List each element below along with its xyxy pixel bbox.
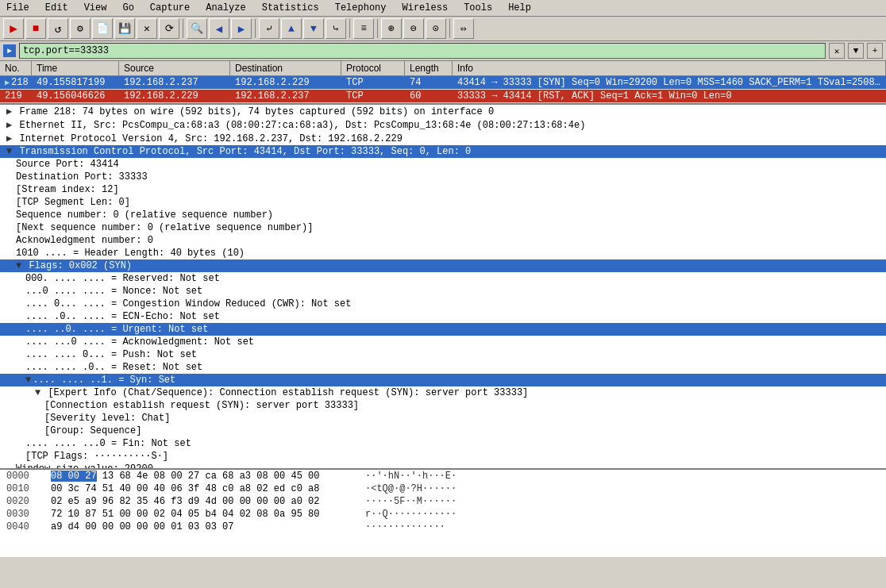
find-btn[interactable]: 🔍 <box>187 18 207 39</box>
go-down-btn[interactable]: ▼ <box>303 18 324 39</box>
detail-tcp-flags-str[interactable]: [TCP Flags: ··········S·] <box>0 450 886 463</box>
filter-clear-btn[interactable]: ✕ <box>829 43 845 59</box>
filter-apply-btn[interactable]: ▼ <box>848 43 864 59</box>
menu-file[interactable]: File <box>3 2 33 14</box>
detail-flag-reserved[interactable]: 000. .... .... = Reserved: Not set <box>0 272 886 285</box>
next-btn[interactable]: ▶ <box>231 18 252 39</box>
detail-tcp[interactable]: ▼ Transmission Control Protocol, Src Por… <box>0 145 886 158</box>
detail-syn-severity[interactable]: [Severity level: Chat] <box>0 412 886 425</box>
hex-bytes-0[interactable]: 08 00 27 13 68 4e 08 00 27 ca 68 a3 08 0… <box>51 471 352 482</box>
detail-tcp-next-seq[interactable]: [Next sequence number: 0 (relative seque… <box>0 221 886 234</box>
flag-fin-text: .... .... ...0 = Fin: Not set <box>25 438 191 449</box>
menu-tools[interactable]: Tools <box>460 2 495 14</box>
detail-tcp-dst-port[interactable]: Destination Port: 33333 <box>0 171 886 183</box>
menu-wireless[interactable]: Wireless <box>399 2 452 14</box>
cell-info-219: 33333 → 43414 [RST, ACK] Seq=1 Ack=1 Win… <box>453 90 886 102</box>
packet-list: No. Time Source Destination Protocol Len… <box>0 61 886 105</box>
cell-info-218: 43414 → 33333 [SYN] Seq=0 Win=29200 Len=… <box>453 76 886 89</box>
detail-frame[interactable]: ▶ Frame 218: 74 bytes on wire (592 bits)… <box>0 105 886 118</box>
detail-syn-expert[interactable]: ▼ [Expert Info (Chat/Sequence): Connecti… <box>0 386 886 399</box>
hex-ascii-2: ·····5F··M······ <box>365 496 456 507</box>
detail-tcp-src-port[interactable]: Source Port: 43414 <box>0 158 886 171</box>
detail-tcp-seg-len[interactable]: [TCP Segment Len: 0] <box>0 196 886 209</box>
detail-flag-reset[interactable]: .... .... .0.. = Reset: Not set <box>0 361 886 374</box>
detail-flag-ack[interactable]: .... ...0 .... = Acknowledgment: Not set <box>0 336 886 348</box>
cell-proto-219: TCP <box>341 90 405 102</box>
ethernet-text: Ethernet II, Src: PcsCompu_ca:68:a3 (08:… <box>19 120 585 131</box>
zoom-in-btn[interactable]: ⊕ <box>381 18 402 39</box>
start-capture-btn[interactable]: ▶ <box>3 18 24 39</box>
restart-capture-btn[interactable]: ↺ <box>48 18 68 39</box>
detail-flag-push[interactable]: .... .... 0... = Push: Not set <box>0 348 886 361</box>
hex-row-0010: 0010 00 3c 74 51 40 00 40 06 3f 48 c0 a8… <box>0 482 886 495</box>
detail-flag-cwr[interactable]: .... 0... .... = Congestion Window Reduc… <box>0 298 886 310</box>
menu-statistics[interactable]: Statistics <box>259 2 322 14</box>
menu-help[interactable]: Help <box>505 2 534 14</box>
detail-tcp-stream[interactable]: [Stream index: 12] <box>0 183 886 196</box>
hex-bytes-3[interactable]: 72 10 87 51 00 00 02 04 05 b4 04 02 08 0… <box>51 509 352 520</box>
colorize-btn[interactable]: ≡ <box>353 18 374 39</box>
go-up-btn[interactable]: ▲ <box>281 18 302 39</box>
detail-flag-nonce[interactable]: ...0 .... .... = Nonce: Not set <box>0 285 886 298</box>
filter-bookmark-btn[interactable]: + <box>867 43 883 59</box>
hex-panel: 0000 08 00 27 13 68 4e 08 00 27 ca 68 a3… <box>0 470 886 557</box>
detail-tcp-seq[interactable]: Sequence number: 0 (relative sequence nu… <box>0 209 886 221</box>
zoom-normal-btn[interactable]: ⊙ <box>426 18 446 39</box>
stop-capture-btn[interactable]: ■ <box>25 18 46 39</box>
cell-no-219: 219 <box>0 90 32 102</box>
detail-ethernet[interactable]: ▶ Ethernet II, Src: PcsCompu_ca:68:a3 (0… <box>0 118 886 132</box>
detail-flag-fin[interactable]: .... .... ...0 = Fin: Not set <box>0 437 886 450</box>
cell-time-219: 49.156046626 <box>32 90 119 102</box>
flag-push-text: .... .... 0... = Push: Not set <box>25 349 197 360</box>
hex-row-0020: 0020 02 e5 a9 96 82 35 46 f3 d9 4d 00 00… <box>0 495 886 508</box>
detail-flag-syn[interactable]: ▼ .... .... ..1. = Syn: Set <box>0 374 886 386</box>
close-btn[interactable]: ✕ <box>137 18 157 39</box>
sep5 <box>449 19 450 38</box>
detail-flag-ecn[interactable]: .... .0.. .... = ECN-Echo: Not set <box>0 310 886 323</box>
tcp-window-text: Window size value: 29200 <box>16 463 153 470</box>
open-btn[interactable]: 📄 <box>92 18 113 39</box>
detail-tcp-window[interactable]: Window size value: 29200 <box>0 463 886 470</box>
menu-view[interactable]: View <box>81 2 110 14</box>
packet-row-218[interactable]: ▶ 218 49.155817199 192.168.2.237 192.168… <box>0 76 886 90</box>
packet-row-219[interactable]: 219 49.156046626 192.168.2.229 192.168.2… <box>0 90 886 103</box>
goto-last-btn[interactable]: ⤷ <box>326 18 346 39</box>
detail-tcp-flags[interactable]: ▼ Flags: 0x002 (SYN) <box>0 259 886 272</box>
flag-cwr-text: .... 0... .... = Congestion Window Reduc… <box>25 298 351 309</box>
detail-ip[interactable]: ▶ Internet Protocol Version 4, Src: 192.… <box>0 132 886 145</box>
reload-btn[interactable]: ⟳ <box>159 18 179 39</box>
hex-row-0030: 0030 72 10 87 51 00 00 02 04 05 b4 04 02… <box>0 508 886 521</box>
detail-flag-urgent[interactable]: .... ..0. .... = Urgent: Not set <box>0 323 886 336</box>
detail-tcp-ack[interactable]: Acknowledgment number: 0 <box>0 234 886 247</box>
goto-first-btn[interactable]: ⤶ <box>259 18 279 39</box>
detail-tcp-header-len[interactable]: 1010 .... = Header Length: 40 bytes (10) <box>0 247 886 259</box>
hex-offset-4: 0040 <box>6 521 38 532</box>
sep2 <box>255 19 256 38</box>
menu-go[interactable]: Go <box>119 2 137 14</box>
detail-syn-expert-msg[interactable]: [Connection establish request (SYN): ser… <box>0 399 886 412</box>
filter-input[interactable] <box>19 43 826 59</box>
tcp-arrow: ▼ <box>6 146 12 157</box>
resize-cols-btn[interactable]: ⇔ <box>453 18 474 39</box>
zoom-out-btn[interactable]: ⊖ <box>403 18 424 39</box>
detail-syn-group[interactable]: [Group: Sequence] <box>0 425 886 437</box>
menu-analyze[interactable]: Analyze <box>202 2 248 14</box>
menu-telephony[interactable]: Telephony <box>332 2 390 14</box>
flag-syn-text: .... .... ..1. = Syn: Set <box>33 375 175 386</box>
syn-arrow: ▼ <box>25 375 31 386</box>
cell-src-219: 192.168.2.229 <box>119 90 230 102</box>
col-destination: Destination <box>230 61 341 75</box>
hex-bytes-1[interactable]: 00 3c 74 51 40 00 40 06 3f 48 c0 a8 02 e… <box>51 483 352 494</box>
col-info: Info <box>453 61 886 75</box>
options-btn[interactable]: ⚙ <box>70 18 91 39</box>
tcp-next-seq-text: [Next sequence number: 0 (relative seque… <box>16 222 313 233</box>
toolbar: ▶ ■ ↺ ⚙ 📄 💾 ✕ ⟳ 🔍 ◀ ▶ ⤶ ▲ ▼ ⤷ ≡ ⊕ ⊖ ⊙ ⇔ <box>0 17 886 41</box>
prev-btn[interactable]: ◀ <box>209 18 229 39</box>
menu-capture[interactable]: Capture <box>147 2 193 14</box>
hex-bytes-2[interactable]: 02 e5 a9 96 82 35 46 f3 d9 4d 00 00 00 0… <box>51 496 352 507</box>
menu-edit[interactable]: Edit <box>42 2 71 14</box>
save-btn[interactable]: 💾 <box>114 18 135 39</box>
hex-bytes-4[interactable]: a9 d4 00 00 00 00 00 01 03 03 07 <box>51 521 352 532</box>
flags-text: Flags: 0x002 (SYN) <box>29 260 132 271</box>
syn-expert-text: [Expert Info (Chat/Sequence): Connection… <box>48 387 528 398</box>
